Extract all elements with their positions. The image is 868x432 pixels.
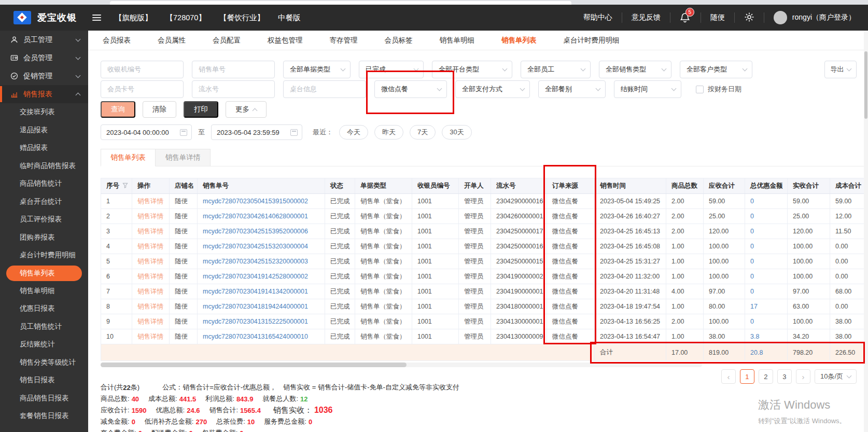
cell-销售单号[interactable]: mcydc728070230419141342000001 <box>198 284 325 299</box>
settings-gear-icon[interactable] <box>744 12 754 24</box>
vertical-scrollbar-thumb[interactable] <box>864 51 867 119</box>
cell-总优惠金额[interactable]: 0 <box>745 194 788 209</box>
cell-销售单号[interactable]: mcydc728070230413152225000001 <box>198 314 325 329</box>
sidebar-item-退品报表[interactable]: 退品报表 <box>0 121 88 140</box>
cell-操作[interactable]: 销售详情 <box>132 209 170 224</box>
help-center-link[interactable]: 帮助中心 <box>583 13 612 22</box>
sidebar-item-交接班列表[interactable]: 交接班列表 <box>0 103 88 121</box>
sidebar-item-销售单明细[interactable]: 销售单明细 <box>0 282 88 300</box>
cell-操作[interactable]: 销售详情 <box>132 284 170 299</box>
list-tab-销售单列表[interactable]: 销售单列表 <box>101 149 156 166</box>
col-header-成本合计[interactable]: 成本合计 <box>830 178 864 194</box>
cell-销售单号[interactable]: mcydc728070230419142528000002 <box>198 269 325 284</box>
col-header-实收合计[interactable]: 实收合计 <box>788 178 830 194</box>
sidebar-item-桌台计时费用明细[interactable]: 桌台计时费用明细 <box>0 246 88 264</box>
topbar-menu-item-3[interactable]: 中餐版 <box>278 13 301 23</box>
nav-tab-会员配置[interactable]: 会员配置 <box>213 36 241 45</box>
col-header-收银员编号[interactable]: 收银员编号 <box>412 178 459 194</box>
col-header-订单来源[interactable]: 订单来源 <box>547 178 595 194</box>
filter-select-已完成[interactable]: 已完成 <box>359 61 424 78</box>
sidebar-group-会员管理[interactable]: 会员管理 <box>0 49 88 67</box>
finance-date-checkbox[interactable]: 按财务日期 <box>696 80 741 98</box>
nav-tab-会员属性[interactable]: 会员属性 <box>158 36 186 45</box>
filter-select-全部餐别[interactable]: 全部餐别 <box>538 80 606 98</box>
sidebar-item-团购券报表[interactable]: 团购券报表 <box>0 229 88 247</box>
col-header-商品总数[interactable]: 商品总数 <box>666 178 704 194</box>
cell-总优惠金额[interactable]: 0 <box>745 314 788 329</box>
sidebar-item-反结账统计[interactable]: 反结账统计 <box>0 336 88 354</box>
cell-操作[interactable]: 销售详情 <box>132 299 170 314</box>
clear-button[interactable]: 清除 <box>143 101 176 118</box>
list-tab-销售单详情[interactable]: 销售单详情 <box>156 149 211 166</box>
col-header-销售时间[interactable]: 销售时间 <box>595 178 666 194</box>
filter-input-销售单号[interactable]: 销售单号 <box>192 61 275 78</box>
filter-input-流水号[interactable]: 流水号 <box>192 80 275 98</box>
query-button[interactable]: 查询 <box>101 101 135 118</box>
horizontal-scrollbar-thumb[interactable] <box>101 363 407 367</box>
feedback-link[interactable]: 意见反馈 <box>632 13 661 22</box>
cell-总优惠金额[interactable]: 0 <box>745 239 788 254</box>
col-header-销售单号[interactable]: 销售单号 <box>198 178 325 194</box>
checkbox-icon[interactable] <box>696 86 704 93</box>
vertical-scrollbar[interactable] <box>864 31 868 432</box>
cell-总优惠金额[interactable]: 0 <box>745 209 788 224</box>
cell-操作[interactable]: 销售详情 <box>132 194 170 209</box>
col-header-状态[interactable]: 状态 <box>325 178 355 194</box>
filter-select-全部单据类型[interactable]: 全部单据类型 <box>283 61 351 78</box>
page-button-2[interactable]: 2 <box>759 369 773 384</box>
quick-range-今天[interactable]: 今天 <box>339 125 368 140</box>
cell-操作[interactable]: 销售详情 <box>132 314 170 329</box>
col-header-流水号[interactable]: 流水号 <box>491 178 547 194</box>
col-header-单据类型[interactable]: 单据类型 <box>355 178 412 194</box>
filter-select-结账时间[interactable]: 结账时间 <box>614 80 681 98</box>
cell-总优惠金额[interactable]: 0 <box>745 254 788 269</box>
sidebar-group-销售报表[interactable]: 销售报表 <box>0 85 88 103</box>
nav-tab-销售单列表[interactable]: 销售单列表 <box>501 36 537 45</box>
sidebar-item-商品销售日报表[interactable]: 商品销售日报表 <box>0 389 88 408</box>
sidebar-group-员工管理[interactable]: 员工管理 <box>0 31 88 49</box>
nav-tab-会员标签[interactable]: 会员标签 <box>385 36 413 45</box>
cell-总优惠金额[interactable]: 0 <box>745 269 788 284</box>
col-header-应收合计[interactable]: 应收合计 <box>704 178 745 194</box>
cell-操作[interactable]: 销售详情 <box>132 269 170 284</box>
sidebar-item-员工评价报表[interactable]: 员工评价报表 <box>0 211 88 229</box>
cell-销售单号[interactable]: mcydc728070230426140628000001 <box>198 209 325 224</box>
sidebar-item-员工销售统计[interactable]: 员工销售统计 <box>0 318 88 336</box>
sidebar-item-桌台开台统计[interactable]: 桌台开台统计 <box>0 193 88 211</box>
cell-总优惠金额[interactable]: 17 <box>745 299 788 314</box>
filter-input-收银机编号[interactable]: 收银机编号 <box>101 61 184 78</box>
prev-page-button[interactable]: ‹ <box>721 369 736 384</box>
cell-总优惠金额[interactable]: 0 <box>745 284 788 299</box>
print-button[interactable]: 打印 <box>184 101 218 118</box>
sidebar-item-套餐销售日报表[interactable]: 套餐销售日报表 <box>0 407 88 425</box>
sidebar-item-销售分类等级统计[interactable]: 销售分类等级统计 <box>0 354 88 372</box>
nav-tab-权益包管理[interactable]: 权益包管理 <box>268 36 303 45</box>
page-button-1[interactable]: 1 <box>740 369 754 384</box>
cell-操作[interactable]: 销售详情 <box>132 224 170 239</box>
col-header-总优惠金额[interactable]: 总优惠金额 <box>745 178 788 194</box>
more-button[interactable]: 更多 <box>226 101 267 118</box>
cell-销售单号[interactable]: mcydc728070230418194244000001 <box>198 299 325 314</box>
cell-操作[interactable]: 销售详情 <box>132 254 170 269</box>
sidebar-group-促销管理[interactable]: 促销管理 <box>0 67 88 85</box>
cell-销售单号[interactable]: mcydc728070230425152320000003 <box>198 254 325 269</box>
sidebar-item-商品销售统计[interactable]: 商品销售统计 <box>0 175 88 193</box>
cell-总优惠金额[interactable]: 3.8 <box>745 329 788 344</box>
nav-tab-寄存管理[interactable]: 寄存管理 <box>330 36 358 45</box>
nav-tab-销售单明细[interactable]: 销售单明细 <box>440 36 475 45</box>
sidebar-item-优惠日报表[interactable]: 优惠日报表 <box>0 300 88 318</box>
page-button-3[interactable]: 3 <box>777 369 792 384</box>
col-header-开单人[interactable]: 开单人 <box>459 178 491 194</box>
topbar-menu-item-1[interactable]: 【728070】 <box>166 13 206 23</box>
topbar-menu-item-0[interactable]: 【旗舰版】 <box>115 13 152 23</box>
sidebar-item-临时商品销售报表[interactable]: 临时商品销售报表 <box>0 157 88 175</box>
filter-select-微信点餐[interactable]: 微信点餐 <box>374 80 447 98</box>
nav-tab-桌台计时费用明细[interactable]: 桌台计时费用明细 <box>564 36 620 45</box>
topbar-menu-item-2[interactable]: 【餐饮行业】 <box>219 13 264 23</box>
cell-销售单号[interactable]: mcydc728070230425153203000004 <box>198 239 325 254</box>
sidebar-item-销售日报表[interactable]: 销售日报表 <box>0 371 88 389</box>
filter-input-会员卡号[interactable]: 会员卡号 <box>101 80 184 98</box>
cell-总优惠金额[interactable]: 0 <box>745 224 788 239</box>
notification-bell-icon[interactable]: 5 <box>680 12 691 23</box>
cell-操作[interactable]: 销售详情 <box>132 239 170 254</box>
